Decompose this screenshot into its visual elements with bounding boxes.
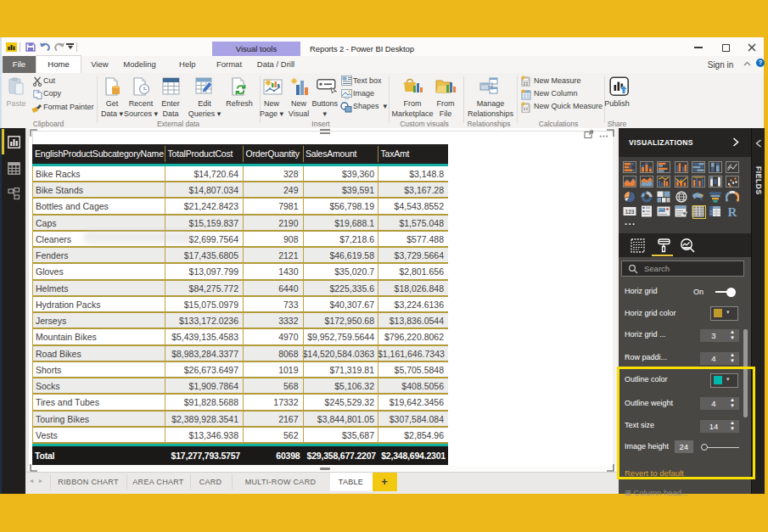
svg-text:R: R — [728, 205, 737, 217]
svg-text:123: 123 — [625, 208, 635, 214]
